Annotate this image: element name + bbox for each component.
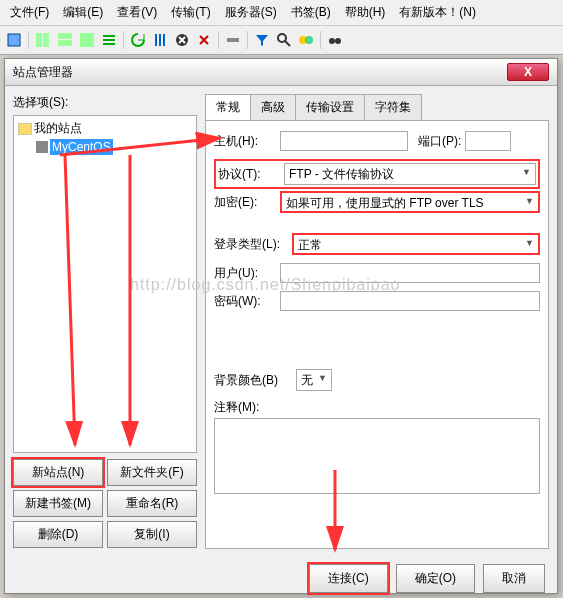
comment-textarea[interactable] [214,418,540,494]
tree-item-site[interactable]: MyCentOS [36,139,192,155]
rename-button[interactable]: 重命名(R) [107,490,197,517]
svg-rect-8 [163,34,165,46]
disconnect-icon[interactable] [194,30,214,50]
tabs: 常规 高级 传输设置 字符集 [205,94,549,121]
delete-button[interactable]: 删除(D) [13,521,103,548]
site-manager-dialog: 站点管理器 X 选择项(S): 我的站点 MyCentOS 新站点(N) 新文件… [4,58,558,594]
process-icon[interactable] [150,30,170,50]
port-label: 端口(P): [418,133,461,150]
svg-rect-5 [80,33,94,47]
watermark: http://blog.csdn.net/Shenpibaipao [130,276,401,294]
filter-icon[interactable] [252,30,272,50]
layout3-icon[interactable] [77,30,97,50]
server-icon [36,141,48,153]
dialog-title: 站点管理器 [13,64,73,81]
logontype-label: 登录类型(L): [214,236,288,253]
connect-button[interactable]: 连接(C) [309,564,388,593]
dialog-footer: 连接(C) 确定(O) 取消 [5,556,557,598]
tree-root-label: 我的站点 [34,120,82,137]
menu-file[interactable]: 文件(F) [4,2,55,23]
titlebar: 站点管理器 X [5,59,557,86]
protocol-label: 协议(T): [218,166,280,183]
bgcolor-label: 背景颜色(B) [214,372,292,389]
refresh-icon[interactable] [128,30,148,50]
folder-icon [18,123,32,135]
host-label: 主机(H): [214,133,276,150]
menu-bookmarks[interactable]: 书签(B) [285,2,337,23]
svg-point-14 [329,38,335,44]
svg-point-15 [335,38,341,44]
menu-view[interactable]: 查看(V) [111,2,163,23]
binoculars-icon[interactable] [325,30,345,50]
menu-update[interactable]: 有新版本！(N) [393,2,482,23]
new-site-button[interactable]: 新站点(N) [13,459,103,486]
select-entry-label: 选择项(S): [13,94,197,111]
svg-rect-6 [155,34,157,46]
menubar: 文件(F) 编辑(E) 查看(V) 传输(T) 服务器(S) 书签(B) 帮助(… [0,0,563,26]
tab-charset[interactable]: 字符集 [364,94,422,120]
svg-point-13 [305,36,313,44]
encryption-select[interactable]: 如果可用，使用显式的 FTP over TLS [280,191,540,213]
svg-rect-0 [8,34,20,46]
tab-advanced[interactable]: 高级 [250,94,296,120]
password-label: 密码(W): [214,293,276,310]
search-icon[interactable] [274,30,294,50]
password-input[interactable] [280,291,540,311]
protocol-select[interactable]: FTP - 文件传输协议 [284,163,536,185]
sitemanager-icon[interactable] [4,30,24,50]
host-input[interactable] [280,131,408,151]
layout1-icon[interactable] [33,30,53,50]
copy-button[interactable]: 复制(I) [107,521,197,548]
svg-rect-3 [58,33,72,39]
right-panel: 常规 高级 传输设置 字符集 主机(H): 端口(P): 协议(T): FTP … [205,94,549,548]
svg-rect-4 [58,40,72,46]
menu-edit[interactable]: 编辑(E) [57,2,109,23]
reconnect-icon[interactable] [223,30,243,50]
cancel-button[interactable]: 取消 [483,564,545,593]
queue-icon[interactable] [99,30,119,50]
tab-transfer[interactable]: 传输设置 [295,94,365,120]
port-input[interactable] [465,131,511,151]
toolbar [0,26,563,55]
left-panel: 选择项(S): 我的站点 MyCentOS 新站点(N) 新文件夹(F) 新建书… [13,94,197,548]
svg-rect-2 [43,33,49,47]
encryption-label: 加密(E): [214,194,276,211]
menu-server[interactable]: 服务器(S) [219,2,283,23]
svg-rect-10 [227,38,239,42]
compare-icon[interactable] [296,30,316,50]
menu-transfer[interactable]: 传输(T) [165,2,216,23]
tab-content: 主机(H): 端口(P): 协议(T): FTP - 文件传输协议 加密(E):… [205,121,549,549]
svg-rect-7 [159,34,161,46]
tree-root[interactable]: 我的站点 [18,120,192,137]
close-button[interactable]: X [507,63,549,81]
new-bookmark-button[interactable]: 新建书签(M) [13,490,103,517]
comment-label: 注释(M): [214,399,276,416]
logontype-select[interactable]: 正常 [292,233,540,255]
ok-button[interactable]: 确定(O) [396,564,475,593]
tree-item-label: MyCentOS [50,139,113,155]
layout2-icon[interactable] [55,30,75,50]
bgcolor-select[interactable]: 无 [296,369,332,391]
menu-help[interactable]: 帮助(H) [339,2,392,23]
svg-point-11 [278,34,286,42]
tab-general[interactable]: 常规 [205,94,251,120]
svg-rect-1 [36,33,42,47]
new-folder-button[interactable]: 新文件夹(F) [107,459,197,486]
cancel-icon[interactable] [172,30,192,50]
